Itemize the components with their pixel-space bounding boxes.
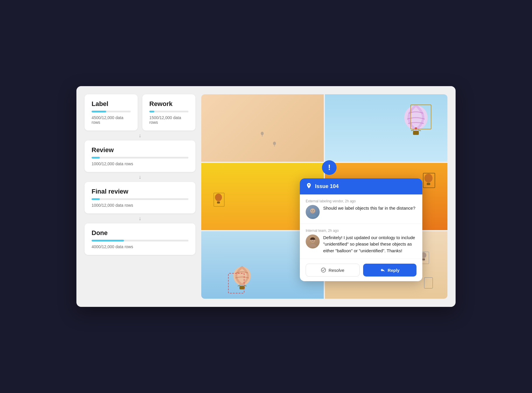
issue-header: Issue 104 — [300, 178, 422, 194]
reply-icon — [380, 267, 385, 273]
review-card-title: Review — [92, 146, 188, 154]
avatar-2 — [306, 234, 320, 248]
resolve-label: Resolve — [328, 268, 344, 273]
left-panel: Label 4500/12,000 data rows Rework 1500/… — [85, 94, 195, 299]
comment-2-text: Definitely! I just updated our ontology … — [323, 234, 416, 254]
svg-text:!: ! — [328, 163, 331, 172]
label-card: Label 4500/12,000 data rows — [85, 94, 138, 131]
location-pin-icon — [306, 182, 312, 190]
label-progress-container — [92, 111, 131, 112]
final-review-card: Final review 1000/12,000 data rows — [85, 182, 195, 213]
svg-rect-12 — [427, 183, 430, 185]
svg-point-2 — [273, 142, 276, 145]
arrow-2: ↓ — [85, 172, 195, 182]
balloon-pin-1 — [260, 131, 264, 137]
check-circle-icon — [321, 267, 326, 273]
svg-point-28 — [312, 239, 312, 240]
comment-1-text: Should we label objects this far in the … — [323, 205, 415, 212]
done-progress-container — [92, 240, 188, 241]
rework-subtitle: 1500/12,000 data rows — [149, 115, 188, 125]
final-review-card-title: Final review — [92, 188, 188, 195]
rework-progress-container — [149, 111, 188, 112]
comment-1: External labeling vendor, 2h ago — [300, 194, 422, 224]
reply-label: Reply — [388, 268, 400, 273]
image-cell-1 — [201, 94, 324, 162]
reply-button[interactable]: Reply — [363, 264, 416, 277]
final-review-progress-container — [92, 198, 188, 200]
rework-progress-bar — [149, 111, 154, 112]
issue-comments: External labeling vendor, 2h ago — [300, 194, 422, 259]
issue-popup: Issue 104 External labeling vendor, 2h a… — [300, 178, 422, 281]
svg-point-9 — [215, 194, 222, 201]
comment-1-body: Should we label objects this far in the … — [306, 205, 416, 219]
svg-rect-5 — [413, 131, 419, 135]
svg-point-11 — [424, 174, 433, 182]
exclaim-pin-icon: ! — [322, 160, 337, 179]
comment-1-meta: External labeling vendor, 2h ago — [306, 199, 416, 203]
balloon-pin-2 — [272, 141, 276, 147]
svg-line-6 — [411, 130, 414, 131]
svg-marker-3 — [274, 145, 275, 146]
image-cell-2 — [325, 94, 447, 162]
issue-actions: Resolve Reply — [300, 259, 422, 281]
done-card-title: Done — [92, 229, 188, 237]
annotation-yellow-1 — [214, 193, 225, 207]
svg-point-24 — [312, 210, 312, 211]
person1-avatar-svg — [307, 207, 318, 217]
balloon-small-1 — [214, 193, 223, 204]
map-pin-exclaim: ! — [322, 160, 337, 180]
person2-avatar-svg — [307, 236, 318, 247]
final-review-progress-bar — [92, 198, 100, 200]
comment-2-body: Definitely! I just updated our ontology … — [306, 234, 416, 254]
final-review-subtitle: 1000/12,000 data rows — [92, 203, 188, 208]
annotation-orange-1 — [423, 173, 435, 188]
svg-rect-10 — [217, 201, 220, 204]
rework-card: Rework 1500/12,000 data rows — [142, 94, 195, 131]
done-progress-bar — [92, 240, 124, 241]
review-card: Review 1000/12,000 data rows — [85, 140, 195, 172]
label-progress-bar — [92, 111, 106, 112]
main-container: Label 4500/12,000 data rows Rework 1500/… — [76, 86, 456, 307]
resolve-button[interactable]: Resolve — [306, 264, 360, 277]
annotation-peach-2 — [424, 277, 433, 288]
issue-title: Issue 104 — [315, 183, 339, 189]
balloon-small-2 — [424, 173, 433, 186]
review-subtitle: 1000/12,000 data rows — [92, 161, 188, 166]
annotation-balloon-1 — [410, 105, 431, 129]
rework-card-title: Rework — [149, 100, 188, 108]
svg-point-0 — [261, 132, 264, 135]
comment-2: Internal team, 2h ago — [300, 224, 422, 259]
done-subtitle: 4000/12,000 data rows — [92, 244, 188, 249]
svg-marker-1 — [262, 135, 263, 136]
svg-point-25 — [313, 210, 314, 211]
dashed-annotation-box — [228, 273, 244, 293]
arrow-1: ↓ — [85, 131, 195, 140]
done-card: Done 4000/12,000 data rows — [85, 223, 195, 255]
top-row-cards: Label 4500/12,000 data rows Rework 1500/… — [85, 94, 195, 131]
pin-svg — [306, 182, 312, 189]
label-card-title: Label — [92, 100, 131, 108]
comment-2-meta: Internal team, 2h ago — [306, 229, 416, 233]
review-progress-container — [92, 157, 188, 159]
svg-point-29 — [313, 239, 314, 240]
avatar-1 — [306, 205, 320, 219]
svg-line-7 — [418, 130, 421, 131]
arrow-3: ↓ — [85, 213, 195, 223]
right-panel: ! Issue 104 External labeling vendor, 2h… — [201, 94, 447, 299]
review-progress-bar — [92, 157, 100, 159]
label-subtitle: 4500/12,000 data rows — [92, 115, 131, 125]
svg-rect-18 — [422, 258, 425, 260]
